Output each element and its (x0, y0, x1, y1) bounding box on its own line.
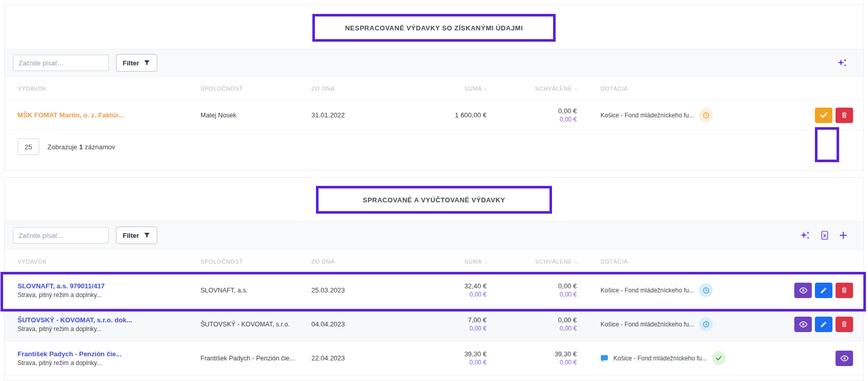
dotacia-cell: Košice - Fond mládežníckeho fu... (577, 351, 740, 365)
column-header-zodna: ZO DŇA (311, 258, 399, 265)
dotacia-cell: Košice - Fond mládežníckeho fu... (577, 317, 740, 331)
table-row: MŠK FOMAT Martin, o. z. Faktúr... Matej … (5, 100, 863, 130)
excel-file-icon[interactable] (820, 230, 829, 240)
pending-clock-icon (699, 108, 713, 122)
search-input[interactable] (13, 227, 109, 244)
delete-button[interactable] (836, 283, 853, 298)
filter-button[interactable]: Filter (116, 54, 157, 72)
expense-category: Strava, pitný režim a doplnky... (18, 291, 201, 299)
section-title-text: NESPRACOVANÉ VÝDAVKY SO ZÍSKANÝMI ÚDAJMI (345, 24, 523, 32)
table-row: ŠUTOVSKÝ - KOVOMAT, s.r.o. dok... Strava… (5, 307, 863, 341)
suma-cell: 1 600,00 € (399, 111, 487, 119)
company-cell: František Padych - Penzión čie... (201, 355, 311, 362)
toolbar-processed: Filter (5, 221, 863, 250)
table-row: SLOVNAFT, a.s. 979011/417 Strava, pitný … (5, 273, 863, 307)
table-header-row: VÝDAVOK SPOLOČNOSŤ ZO DŇA SUMA↑↓ SCHVÁLE… (5, 77, 863, 100)
expense-category: Strava, pitný režim a doplnky... (18, 359, 201, 367)
date-cell: 25.03.2023 (311, 286, 399, 294)
dotacia-cell: Košice - Fond mládežníckeho fu... (577, 108, 740, 122)
funnel-icon (143, 232, 151, 239)
delete-button[interactable] (836, 108, 853, 123)
date-cell: 22.04.2023 (311, 354, 399, 362)
expense-name-cell: MŠK FOMAT Martin, o. z. Faktúr... (18, 111, 201, 119)
company-cell: Matej Nosek (201, 112, 311, 119)
expense-link[interactable]: MŠK FOMAT Martin, o. z. Faktúr... (18, 111, 201, 119)
dotacia-text: Košice - Fond mládežníckeho fu... (600, 112, 694, 119)
expense-name-cell: SLOVNAFT, a.s. 979011/417 Strava, pitný … (18, 282, 201, 299)
dotacia-cell: Košice - Fond mládežníckeho fu... (577, 283, 740, 297)
dotacia-text: Košice - Fond mládežníckeho fu... (600, 321, 694, 328)
dotacia-text: Košice - Fond mládežníckeho fu... (600, 287, 694, 294)
suma-cell: 7,00 € 0,00 € (399, 316, 487, 332)
view-button[interactable] (794, 283, 812, 298)
expense-name-cell: František Padych - Penzión čie... Strava… (18, 350, 201, 367)
actions-cell (740, 351, 853, 366)
expenses-page: NESPRACOVANÉ VÝDAVKY SO ZÍSKANÝMI ÚDAJMI… (0, 0, 868, 381)
expense-link[interactable]: SLOVNAFT, a.s. 979011/417 (18, 282, 201, 290)
pending-clock-icon (699, 317, 713, 331)
pending-clock-icon (699, 283, 713, 297)
date-cell: 31.01.2022 (311, 111, 399, 119)
suma-cell: 32,40 € 0,00 € (399, 282, 487, 298)
section-title-wrap: NESPRACOVANÉ VÝDAVKY SO ZÍSKANÝMI ÚDAJMI (5, 5, 863, 49)
column-header-schvalene[interactable]: SCHVÁLENÉ↑↓ (487, 258, 577, 265)
column-header-vydavok: VÝDAVOK (18, 258, 201, 265)
comment-icon[interactable] (600, 355, 608, 362)
section-title-processed: SPRACOVANÉ A VYÚČTOVANÉ VÝDAVKY (316, 186, 552, 214)
section-title-text: SPRACOVANÉ A VYÚČTOVANÉ VÝDAVKY (363, 196, 506, 204)
toolbar-icons (799, 230, 848, 240)
record-count-text: Zobrazuje 1 záznamov (47, 143, 115, 151)
edit-button[interactable] (815, 317, 832, 332)
dotacia-text: Košice - Fond mládežníckeho fu... (613, 355, 707, 362)
filter-button-label: Filter (123, 232, 139, 239)
funnel-icon (143, 59, 151, 66)
schvalene-cell: 39,30 € 0,00 € (487, 350, 577, 366)
delete-button[interactable] (836, 317, 853, 332)
actions-cell (740, 283, 853, 298)
toolbar-icons (837, 58, 848, 68)
filter-button[interactable]: Filter (116, 227, 157, 244)
search-input[interactable] (13, 55, 109, 71)
suma-cell: 39,30 € 0,00 € (399, 350, 487, 366)
edit-button[interactable] (815, 283, 832, 298)
actions-cell (740, 108, 853, 123)
table-row: František Padych - Penzión čie... Strava… (5, 341, 863, 375)
toolbar-unprocessed: Filter (5, 49, 863, 77)
column-header-suma[interactable]: SUMA↑↓ (399, 258, 487, 265)
section-title-wrap: SPRACOVANÉ A VYÚČTOVANÉ VÝDAVKY (5, 178, 863, 221)
column-header-zodna: ZO DŇA (311, 85, 399, 92)
approve-button[interactable] (815, 108, 832, 123)
sparkles-icon[interactable] (837, 58, 848, 68)
pagination: Zobrazuje 1 záznamov (5, 130, 863, 155)
unprocessed-expenses-card: NESPRACOVANÉ VÝDAVKY SO ZÍSKANÝMI ÚDAJMI… (4, 4, 864, 170)
schvalene-cell: 0,00 € 0,00 € (487, 107, 577, 123)
schvalene-cell: 0,00 € 0,00 € (487, 282, 577, 298)
plus-icon[interactable] (839, 231, 848, 240)
expense-link[interactable]: František Padych - Penzión čie... (18, 350, 201, 358)
column-header-spolocnost: SPOLOČNOSŤ (201, 258, 311, 265)
annotation-rectangle (815, 127, 839, 162)
actions-cell (740, 317, 853, 332)
expense-link[interactable]: ŠUTOVSKÝ - KOVOMAT, s.r.o. dok... (18, 316, 201, 324)
column-header-dotacia: DOTÁCIA (577, 258, 740, 265)
expense-category: Strava, pitný režim a doplnky... (18, 325, 201, 333)
column-header-suma[interactable]: SUMA↑↓ (399, 85, 487, 92)
table-header-row: VÝDAVOK SPOLOČNOSŤ ZO DŇA SUMA↑↓ SCHVÁLE… (5, 250, 863, 273)
company-cell: SLOVNAFT, a.s. (201, 287, 311, 294)
approved-check-icon (712, 351, 726, 365)
view-button[interactable] (794, 317, 812, 332)
column-header-spolocnost: SPOLOČNOSŤ (201, 85, 311, 92)
sparkles-icon[interactable] (799, 230, 811, 240)
column-header-dotacia: DOTÁCIA (577, 85, 740, 92)
page-size-input[interactable] (18, 138, 39, 155)
schvalene-cell: 0,00 € 0,00 € (487, 316, 577, 332)
column-header-schvalene[interactable]: SCHVÁLENÉ↑↓ (487, 85, 577, 92)
expense-name-cell: ŠUTOVSKÝ - KOVOMAT, s.r.o. dok... Strava… (18, 316, 201, 333)
date-cell: 04.04.2023 (311, 320, 399, 328)
processed-expenses-card: SPRACOVANÉ A VYÚČTOVANÉ VÝDAVKY Filter (4, 177, 864, 381)
view-button[interactable] (836, 351, 853, 366)
section-title-unprocessed: NESPRACOVANÉ VÝDAVKY SO ZÍSKANÝMI ÚDAJMI (312, 14, 555, 42)
filter-button-label: Filter (123, 59, 139, 67)
column-header-vydavok: VÝDAVOK (18, 85, 201, 92)
company-cell: ŠUTOVSKÝ - KOVOMAT, s.r.o. (201, 321, 311, 328)
